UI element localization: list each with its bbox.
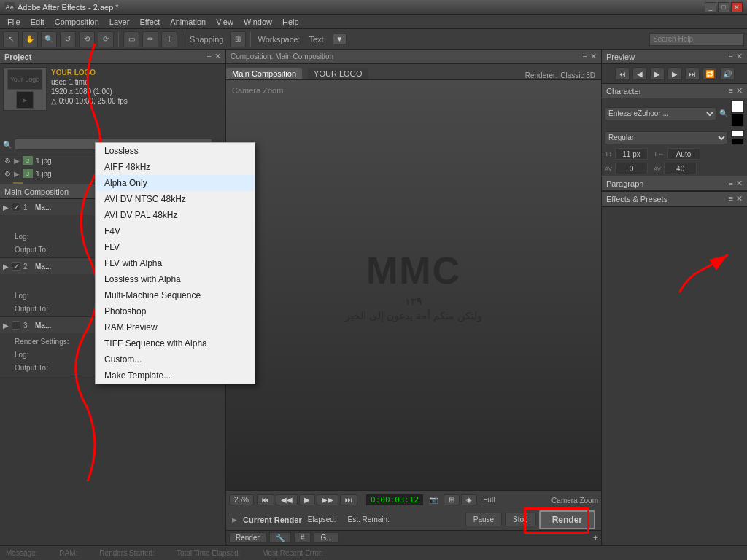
file-icon: J xyxy=(23,156,33,165)
ctx-flv[interactable]: FLV xyxy=(96,239,255,255)
kerning-input[interactable] xyxy=(615,163,648,174)
tool-pen[interactable]: ✏ xyxy=(142,31,158,47)
effects-close[interactable]: ✕ xyxy=(736,194,743,203)
mask-btn[interactable]: ◈ xyxy=(461,494,477,505)
expand-icon-3[interactable]: ▶ xyxy=(3,322,9,330)
expand-render-icon[interactable]: ▶ xyxy=(232,516,237,524)
render-checkbox-2[interactable]: ✓ xyxy=(12,262,20,271)
ctx-multi-machine[interactable]: Multi-Machine Sequence xyxy=(96,287,255,303)
go-start-btn[interactable]: ⏮ xyxy=(257,494,274,505)
project-panel-close[interactable]: ✕ xyxy=(214,52,221,61)
project-panel-menu[interactable]: ≡ xyxy=(207,52,212,61)
pause-button[interactable]: Pause xyxy=(465,513,502,526)
zoom-select[interactable]: 25% xyxy=(229,494,254,505)
step-fwd-prev[interactable]: ▶ xyxy=(667,67,682,80)
ctx-photoshop[interactable]: Photoshop xyxy=(96,303,255,319)
tool-rect[interactable]: ▭ xyxy=(123,31,139,47)
minimize-button[interactable]: _ xyxy=(705,2,716,12)
loop-btn[interactable]: 🔁 xyxy=(703,67,717,80)
menu-composition[interactable]: Composition xyxy=(50,16,104,28)
close-button[interactable]: ✕ xyxy=(731,2,743,12)
char-close[interactable]: ✕ xyxy=(736,86,743,96)
tool-select[interactable]: ↖ xyxy=(3,31,19,47)
effects-menu[interactable]: ≡ xyxy=(729,194,733,203)
tool-zoom[interactable]: 🔍 xyxy=(41,31,57,47)
ctx-tiff[interactable]: TIFF Sequence with Alpha xyxy=(96,335,255,351)
menu-window[interactable]: Window xyxy=(239,16,276,28)
ctx-f4v[interactable]: F4V xyxy=(96,223,255,239)
ctx-custom[interactable]: Custom... xyxy=(96,351,255,368)
menu-edit[interactable]: Edit xyxy=(26,16,49,28)
ctx-avi-ntsc[interactable]: AVI DV NTSC 48kHz xyxy=(96,191,255,207)
add-item-btn[interactable]: + xyxy=(593,533,598,543)
expand-icon-2[interactable]: ▶ xyxy=(3,262,9,271)
ctx-lossless-alpha[interactable]: Lossless with Alpha xyxy=(96,271,255,287)
ctx-lossless[interactable]: Lossless xyxy=(96,143,255,159)
render-bar-tabs: Render 🔧 # G... + xyxy=(226,531,601,545)
stroke-bg[interactable] xyxy=(731,138,744,145)
audio-btn[interactable]: 🔊 xyxy=(720,67,735,80)
leading-input[interactable] xyxy=(667,148,700,160)
para-menu[interactable]: ≡ xyxy=(729,179,733,188)
expand-icon-1[interactable]: ▶ xyxy=(3,203,9,211)
ctx-flv-alpha[interactable]: FLV with Alpha xyxy=(96,255,255,271)
add-render-controls: + xyxy=(593,533,598,543)
menu-help[interactable]: Help xyxy=(278,16,303,28)
char-menu[interactable]: ≡ xyxy=(729,86,733,96)
comp-panel-close[interactable]: ✕ xyxy=(590,52,597,61)
font-select[interactable]: EntezareZohoor ... xyxy=(605,107,716,120)
tool-text[interactable]: T xyxy=(161,31,177,47)
para-close[interactable]: ✕ xyxy=(736,179,743,188)
tracking-input[interactable] xyxy=(664,163,697,174)
ctx-make-template[interactable]: Make Template... xyxy=(96,368,255,384)
tool-rotate[interactable]: ↺ xyxy=(60,31,76,47)
render-tab-hash[interactable]: # xyxy=(294,532,311,543)
menu-view[interactable]: View xyxy=(212,16,238,28)
render-checkbox-1[interactable]: ✓ xyxy=(12,203,20,211)
quality-select: Full xyxy=(483,496,495,504)
render-tab-settings[interactable]: 🔧 xyxy=(269,532,291,543)
step-back-btn[interactable]: ◀◀ xyxy=(276,494,298,505)
stroke-fill[interactable] xyxy=(731,130,744,137)
ctx-aiff[interactable]: AIFF 48kHz xyxy=(96,159,255,175)
tool-redo[interactable]: ⟳ xyxy=(98,31,114,47)
render-checkbox-3[interactable] xyxy=(12,321,20,330)
tool-hand[interactable]: ✋ xyxy=(22,31,38,47)
ctx-ram-preview[interactable]: RAM Preview xyxy=(96,319,255,335)
play-preview-btn[interactable]: ▶ xyxy=(650,67,665,80)
render-settings-label-3: Render Settings: xyxy=(15,338,95,346)
font-search-icon[interactable]: 🔍 xyxy=(719,109,728,117)
comp-big-text: MMC xyxy=(345,249,481,292)
paragraph-header: Paragraph ≡ ✕ xyxy=(602,176,747,191)
render-button[interactable]: Render xyxy=(539,510,595,529)
font-size-input[interactable] xyxy=(615,148,648,160)
play-btn[interactable]: ▶ xyxy=(299,494,315,505)
menu-effect[interactable]: Effect xyxy=(135,16,164,28)
tab-main-composition[interactable]: Main Composition xyxy=(226,68,302,79)
stop-button[interactable]: Stop xyxy=(505,513,536,526)
comp-panel-menu[interactable]: ≡ xyxy=(583,52,587,61)
render-tab-g[interactable]: G... xyxy=(314,532,338,543)
prev-frame-btn[interactable]: ⏮ xyxy=(615,67,630,80)
foreground-color[interactable] xyxy=(731,100,744,113)
go-end-btn[interactable]: ⏭ xyxy=(340,494,357,505)
render-tab-render[interactable]: Render xyxy=(229,532,266,543)
preview-close[interactable]: ✕ xyxy=(736,52,743,61)
step-fwd-btn[interactable]: ▶▶ xyxy=(317,494,338,505)
step-back-prev[interactable]: ◀ xyxy=(632,67,647,80)
preview-menu[interactable]: ≡ xyxy=(729,52,733,61)
tab-your-logo[interactable]: YOUR LOGO xyxy=(308,68,368,79)
snapping-toggle[interactable]: ⊞ xyxy=(230,31,246,47)
grid-btn[interactable]: ⊞ xyxy=(444,494,460,505)
menu-layer[interactable]: Layer xyxy=(105,16,134,28)
last-frame-btn[interactable]: ⏭ xyxy=(685,67,700,80)
maximize-button[interactable]: □ xyxy=(718,2,729,12)
ctx-alpha-only[interactable]: Alpha Only xyxy=(96,175,255,191)
menu-animation[interactable]: Animation xyxy=(166,16,210,28)
ctx-avi-pal[interactable]: AVI DV PAL 48kHz xyxy=(96,207,255,223)
background-color[interactable] xyxy=(731,114,744,127)
style-select[interactable]: Regular xyxy=(605,131,728,144)
workspace-btn[interactable]: ▼ xyxy=(333,34,347,44)
menu-file[interactable]: File xyxy=(3,16,25,28)
tool-undo[interactable]: ⟲ xyxy=(79,31,95,47)
